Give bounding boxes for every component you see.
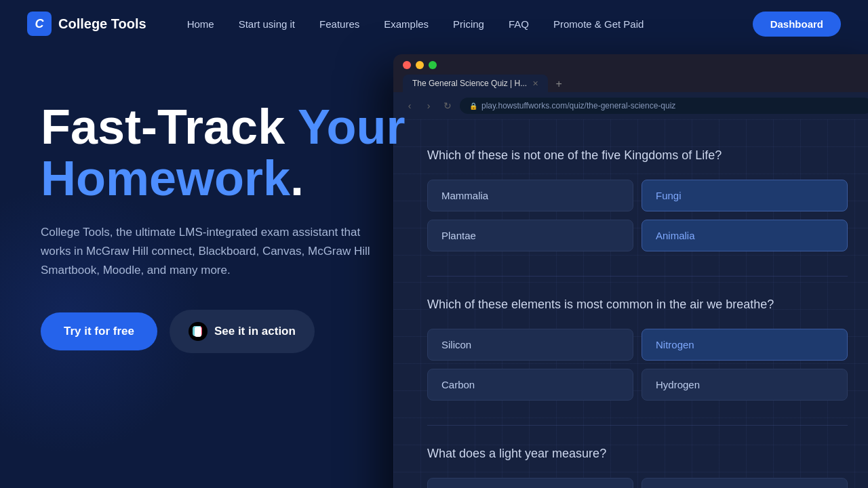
nav-start[interactable]: Start using it: [239, 18, 295, 30]
nav-faq[interactable]: FAQ: [509, 18, 529, 30]
option-hydrogen[interactable]: Hydrogen: [642, 369, 848, 401]
option-velocity[interactable]: Velocity: [642, 478, 848, 488]
option-carbon[interactable]: Carbon: [427, 369, 633, 401]
dashboard-button[interactable]: Dashboard: [753, 12, 841, 37]
option-fungi[interactable]: Fungi: [642, 180, 848, 211]
address-bar[interactable]: 🔒 play.howstuffworks.com/quiz/the-genera…: [460, 98, 868, 114]
browser-controls: ‹ › ↻ 🔒 play.howstuffworks.com/quiz/the-…: [393, 92, 868, 119]
maximize-dot[interactable]: [429, 61, 437, 69]
title-blue-homework: Homework: [41, 151, 290, 205]
divider-2: [427, 425, 848, 426]
traffic-lights: [403, 61, 868, 69]
quiz-options-1: Mammalia Fungi Plantae Animalia: [427, 180, 848, 251]
hero-title: Fast-Track Your Homework.: [41, 102, 434, 204]
divider-1: [427, 276, 848, 277]
nav-links: Home Start using it Features Examples Pr…: [187, 18, 753, 30]
logo[interactable]: C College Tools: [27, 12, 146, 36]
close-dot[interactable]: [403, 61, 411, 69]
minimize-dot[interactable]: [416, 61, 424, 69]
tab-close-button[interactable]: ✕: [532, 79, 538, 88]
nav-promote[interactable]: Promote & Get Paid: [553, 18, 644, 30]
hero-section: Fast-Track Your Homework. College Tools,…: [0, 47, 868, 488]
title-blue-your: Your: [298, 100, 406, 154]
tab-bar: The General Science Quiz | H... ✕ +: [403, 75, 868, 92]
browser-chrome: The General Science Quiz | H... ✕ +: [393, 54, 868, 92]
nav-home[interactable]: Home: [187, 18, 214, 30]
quiz-options-3: Time Velocity Distance Mass: [427, 478, 848, 488]
title-white-part: Fast-Track: [41, 100, 298, 154]
see-action-button[interactable]: See it in action: [170, 310, 315, 353]
lock-icon: 🔒: [469, 102, 477, 110]
nav-features[interactable]: Features: [319, 18, 359, 30]
quiz-question-1: Which of these is not one of the five Ki…: [427, 146, 848, 165]
see-action-label: See it in action: [214, 325, 296, 338]
tiktok-icon: [189, 322, 208, 341]
try-free-button[interactable]: Try it for free: [41, 312, 157, 350]
quiz-question-2: Which of these elements is most common i…: [427, 296, 848, 314]
address-text: play.howstuffworks.com/quiz/the-general-…: [481, 101, 675, 110]
quiz-question-3: What does a light year measure?: [427, 445, 848, 463]
option-nitrogen[interactable]: Nitrogen: [642, 329, 848, 361]
option-plantae[interactable]: Plantae: [427, 220, 633, 251]
option-time[interactable]: Time: [427, 478, 633, 488]
option-mammalia[interactable]: Mammalia: [427, 180, 633, 211]
logo-icon: C: [27, 12, 52, 36]
navigation: C College Tools Home Start using it Feat…: [0, 0, 868, 47]
hero-subtitle: College Tools, the ultimate LMS-integrat…: [41, 223, 380, 280]
nav-examples[interactable]: Examples: [384, 18, 429, 30]
logo-text: College Tools: [58, 16, 146, 32]
refresh-button[interactable]: ↻: [441, 100, 454, 111]
new-tab-button[interactable]: +: [551, 76, 567, 92]
title-period: .: [290, 151, 304, 205]
nav-pricing[interactable]: Pricing: [453, 18, 484, 30]
quiz-panel: Which of these is not one of the five Ki…: [393, 119, 868, 488]
option-animalia[interactable]: Animalia: [642, 220, 848, 251]
browser-mockup: The General Science Quiz | H... ✕ + ‹ › …: [393, 54, 868, 488]
hero-content: Fast-Track Your Homework. College Tools,…: [41, 75, 434, 353]
browser-content: Which of these is not one of the five Ki…: [393, 119, 868, 488]
option-silicon[interactable]: Silicon: [427, 329, 633, 361]
hero-buttons: Try it for free See it in action: [41, 310, 434, 353]
quiz-options-2: Silicon Nitrogen Carbon Hydrogen: [427, 329, 848, 401]
